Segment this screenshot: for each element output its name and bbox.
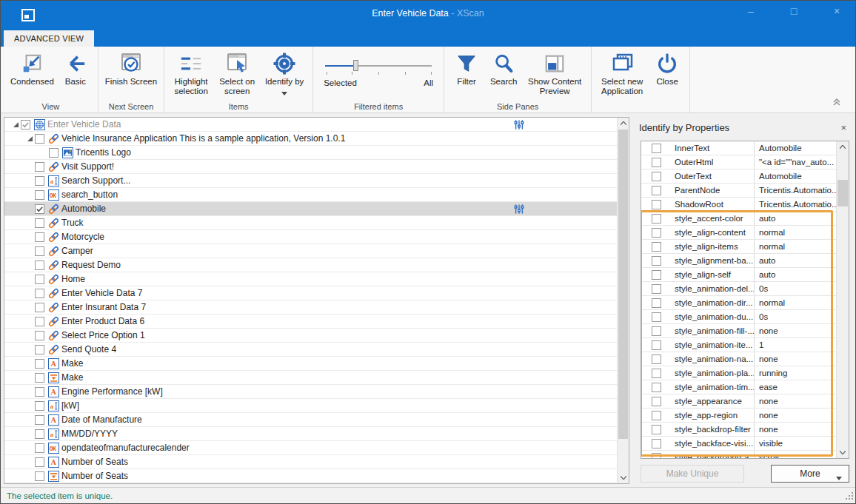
property-checkbox[interactable] xyxy=(652,284,661,294)
close-scan-button[interactable]: Close xyxy=(649,49,685,88)
tree-item-checkbox[interactable] xyxy=(35,471,44,481)
property-row[interactable]: style_accent-colorauto xyxy=(641,212,836,226)
property-row[interactable]: style_alignment-ba...auto xyxy=(641,254,836,268)
row-filter-tune-icon[interactable] xyxy=(514,119,524,132)
tree-item-checkbox[interactable] xyxy=(35,261,44,270)
tree-item-checkbox[interactable] xyxy=(35,190,44,200)
property-row[interactable]: OuterTextAutomobile xyxy=(641,169,836,184)
tree-row[interactable]: Truck xyxy=(4,216,617,230)
tree-item-checkbox[interactable] xyxy=(35,232,44,242)
tree-row[interactable]: Enter Vehicle Data 7 xyxy=(4,286,617,300)
tree-row[interactable]: Motorcycle xyxy=(4,230,617,244)
tree-scrollbar[interactable] xyxy=(617,118,629,483)
tree-item-checkbox[interactable] xyxy=(35,429,44,439)
search-button[interactable]: Search xyxy=(486,49,521,88)
property-row[interactable]: style_animation-dir...normal xyxy=(641,296,836,310)
property-row[interactable]: style_animation-na...none xyxy=(641,352,836,366)
filter-button[interactable]: Filter xyxy=(449,49,484,88)
tree-row[interactable]: Vehicle Insurance Application This is a … xyxy=(4,132,617,146)
tree-item-checkbox[interactable] xyxy=(35,162,44,172)
tree-item-checkbox[interactable] xyxy=(35,443,44,453)
tree-item-checkbox[interactable] xyxy=(35,176,44,186)
property-row[interactable]: style_animation-pla...running xyxy=(641,366,836,380)
identify-by-button[interactable]: Identify by xyxy=(261,49,308,99)
minimize-button[interactable]: – xyxy=(743,5,759,17)
property-row[interactable]: OuterHtml"<a id=""nav_auto... xyxy=(641,155,836,169)
tree-item-checkbox[interactable] xyxy=(35,275,44,284)
tree-item-checkbox[interactable] xyxy=(35,134,44,144)
tree-row[interactable]: Enter Product Data 6 xyxy=(4,315,617,329)
tree-item-checkbox[interactable] xyxy=(35,415,44,425)
property-checkbox[interactable] xyxy=(652,186,661,195)
identify-by-dropdown-icon[interactable] xyxy=(281,87,287,98)
collapse-ribbon-icon[interactable] xyxy=(832,97,842,108)
close-window-button[interactable]: × xyxy=(829,5,845,17)
expander-icon[interactable] xyxy=(10,121,21,128)
property-checkbox[interactable] xyxy=(652,228,661,238)
tree-row[interactable]: Select Price Option 1 xyxy=(4,329,617,343)
tree-item-checkbox[interactable] xyxy=(35,289,44,298)
property-row[interactable]: style_animation-du...0s xyxy=(641,310,836,324)
tree-item-checkbox[interactable] xyxy=(35,218,44,228)
property-row[interactable]: style_align-itemsnormal xyxy=(641,240,836,254)
tree-item-checkbox[interactable] xyxy=(35,387,44,397)
tree-row[interactable]: Home xyxy=(4,272,617,286)
tree-item-checkbox[interactable] xyxy=(35,303,44,312)
property-checkbox[interactable] xyxy=(652,383,661,392)
tree-row[interactable]: AMake xyxy=(4,357,617,371)
properties-scrollbar[interactable] xyxy=(836,141,849,458)
property-checkbox[interactable] xyxy=(652,144,661,153)
property-checkbox[interactable] xyxy=(652,411,661,420)
property-checkbox[interactable] xyxy=(652,340,661,350)
tree-row[interactable]: Automobile xyxy=(4,202,617,216)
property-row[interactable]: style_backdrop-filternone xyxy=(641,423,836,437)
highlight-selection-button[interactable]: Highlight selection xyxy=(169,49,213,98)
property-checkbox[interactable] xyxy=(652,355,661,364)
property-checkbox[interactable] xyxy=(652,425,661,434)
tree-item-checkbox[interactable] xyxy=(35,345,44,355)
row-filter-tune-icon[interactable] xyxy=(514,204,524,217)
tree-item-checkbox[interactable] xyxy=(49,148,58,158)
tab-advanced-view[interactable]: ADVANCED VIEW xyxy=(4,30,94,47)
property-row[interactable]: style_appearancenone xyxy=(641,394,836,409)
property-checkbox[interactable] xyxy=(652,312,661,322)
tree-row[interactable]: Enter Vehicle Data xyxy=(4,118,617,132)
property-row[interactable]: style_background-a...scroll xyxy=(641,451,836,459)
select-on-screen-button[interactable]: Select on screen xyxy=(215,49,259,98)
tree-row[interactable]: ADate of Manufacture xyxy=(4,413,617,427)
tree-row[interactable]: Make xyxy=(4,371,617,385)
tree-row[interactable]: ANumber of Seats xyxy=(4,455,617,469)
property-checkbox[interactable] xyxy=(652,439,661,448)
resize-grip[interactable] xyxy=(846,491,854,502)
scroll-down-icon[interactable] xyxy=(837,447,849,458)
property-row[interactable]: ParentNodeTricentis.Automatio... xyxy=(641,184,836,198)
tree-item-checkbox[interactable] xyxy=(35,331,44,340)
property-checkbox[interactable] xyxy=(652,172,661,181)
property-checkbox[interactable] xyxy=(652,397,661,406)
tree-row[interactable]: a[kW] xyxy=(4,399,617,413)
property-checkbox[interactable] xyxy=(652,326,661,336)
property-row[interactable]: style_backface-visi...visible xyxy=(641,437,836,451)
tree-item-checkbox[interactable] xyxy=(35,457,44,467)
property-row[interactable]: ShadowRootTricentis.Automatio... xyxy=(641,198,836,212)
tree-row[interactable]: Camper xyxy=(4,244,617,258)
property-checkbox[interactable] xyxy=(652,158,661,167)
more-button[interactable]: More xyxy=(771,465,849,483)
property-checkbox[interactable] xyxy=(652,369,661,378)
properties-scroll-thumb[interactable] xyxy=(837,180,848,206)
basic-button[interactable]: Basic xyxy=(58,49,93,88)
finish-screen-button[interactable]: Finish Screen xyxy=(103,49,159,88)
scroll-up-icon[interactable] xyxy=(618,118,629,129)
property-checkbox[interactable] xyxy=(652,453,661,460)
select-new-application-button[interactable]: Select new Application xyxy=(596,49,648,98)
property-row[interactable]: style_animation-ite...1 xyxy=(641,338,836,352)
tree-item-checkbox[interactable] xyxy=(35,373,44,383)
property-row[interactable]: InnerTextAutomobile xyxy=(641,141,836,155)
tree-row[interactable]: Send Quote 4 xyxy=(4,343,617,357)
tree-row[interactable]: AEngine Performance [kW] xyxy=(4,385,617,399)
tree-item-checkbox[interactable] xyxy=(21,120,30,130)
tree-row[interactable]: OKsearch_button xyxy=(4,188,617,202)
property-checkbox[interactable] xyxy=(652,256,661,266)
tree-row[interactable]: Visit Support! xyxy=(4,160,617,174)
tree-row[interactable]: Request Demo xyxy=(4,258,617,272)
